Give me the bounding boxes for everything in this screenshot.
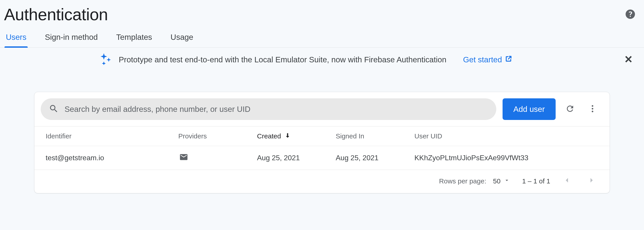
page-title: Authentication [4, 5, 108, 24]
svg-point-3 [592, 108, 594, 110]
col-label: Created [257, 132, 281, 140]
page-root: Authentication Users Sign-in method Temp… [0, 0, 644, 193]
col-identifier[interactable]: Identifier [46, 132, 178, 140]
chevron-left-icon [562, 179, 571, 186]
tab-label: Usage [170, 33, 193, 41]
tab-templates[interactable]: Templates [115, 30, 154, 48]
refresh-button[interactable] [562, 101, 578, 117]
next-page-button[interactable] [587, 176, 596, 186]
rows-per-page-value: 50 [493, 177, 500, 185]
external-link-icon [505, 55, 512, 64]
add-user-button[interactable]: Add user [502, 98, 556, 120]
close-icon [624, 61, 633, 65]
col-user-uid[interactable]: User UID [414, 132, 598, 140]
page-range: 1 – 1 of 1 [522, 177, 550, 185]
more-options-button[interactable] [584, 101, 600, 117]
rows-per-page: Rows per page: 50 [439, 177, 510, 185]
table-row[interactable]: test@getstream.io Aug 25, 2021 Aug 25, 2… [34, 146, 610, 170]
cell-created: Aug 25, 2021 [257, 154, 336, 162]
tabs: Users Sign-in method Templates Usage [0, 26, 644, 48]
refresh-icon [565, 104, 575, 114]
sparkle-icon [99, 53, 112, 67]
rows-per-page-select[interactable]: 50 [493, 177, 510, 185]
tab-users[interactable]: Users [4, 30, 28, 48]
col-label: Signed In [336, 132, 364, 140]
banner-text: Prototype and test end-to-end with the L… [119, 55, 446, 64]
banner-link-label: Get started [463, 55, 502, 64]
prev-page-button[interactable] [562, 176, 571, 186]
search-icon [49, 104, 59, 115]
card-toolbar: Add user [34, 92, 610, 126]
banner-close-button[interactable] [624, 55, 633, 65]
svg-point-4 [592, 111, 594, 112]
tab-label: Templates [116, 33, 152, 41]
more-vertical-icon [588, 104, 597, 114]
emulator-banner: Prototype and test end-to-end with the L… [0, 48, 644, 72]
help-button[interactable] [625, 9, 636, 21]
cell-uid: KKhZyoPLtmUJioPsExAe99VfWt33 [414, 154, 598, 162]
tab-label: Users [6, 33, 26, 41]
email-icon [178, 155, 189, 163]
chevron-right-icon [587, 179, 596, 186]
add-user-label: Add user [513, 105, 545, 113]
col-created[interactable]: Created [257, 132, 336, 140]
pagination: Rows per page: 50 1 – 1 of 1 [34, 170, 610, 193]
svg-point-2 [592, 105, 594, 107]
users-card: Add user Identifier [34, 92, 610, 193]
tab-signin-method[interactable]: Sign-in method [44, 30, 99, 48]
page-nav [562, 176, 596, 186]
banner-get-started-link[interactable]: Get started [463, 55, 512, 64]
tab-label: Sign-in method [45, 33, 98, 41]
col-label: User UID [414, 132, 442, 140]
rows-per-page-label: Rows per page: [439, 177, 486, 185]
help-icon [625, 9, 636, 21]
chevron-down-icon [504, 177, 510, 185]
cell-identifier: test@getstream.io [46, 154, 178, 162]
cell-signed-in: Aug 25, 2021 [336, 154, 414, 162]
cell-providers [178, 153, 257, 163]
search-input[interactable] [64, 105, 488, 114]
col-providers[interactable]: Providers [178, 132, 257, 140]
col-label: Identifier [46, 132, 72, 140]
col-signed-in[interactable]: Signed In [336, 132, 414, 140]
col-label: Providers [178, 132, 207, 140]
users-table: Identifier Providers Created Signed In [34, 126, 610, 170]
tab-usage[interactable]: Usage [169, 30, 194, 48]
table-header: Identifier Providers Created Signed In [34, 126, 610, 146]
card-wrap: Add user Identifier [0, 72, 644, 193]
search-field[interactable] [41, 98, 496, 120]
header: Authentication [0, 0, 644, 26]
sort-desc-icon [284, 132, 291, 140]
